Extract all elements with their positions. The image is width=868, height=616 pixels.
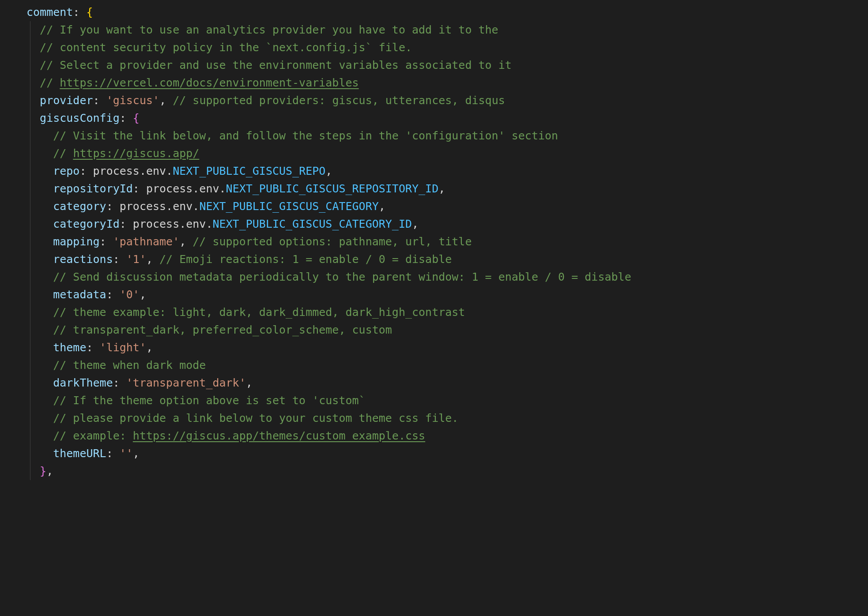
string-literal: '1' [126,253,146,266]
code-line[interactable]: themeURL: '', [0,445,868,462]
code-line[interactable]: // Visit the link below, and follow the … [0,127,868,145]
object-key: provider [40,94,93,107]
object-key: reactions [53,253,113,266]
code-line[interactable]: // https://vercel.com/docs/environment-v… [0,74,868,92]
string-literal: 'pathname' [113,235,180,248]
comment-link[interactable]: https://vercel.com/docs/environment-vari… [60,76,359,89]
object-key: mapping [53,235,99,248]
object-key: metadata [53,288,106,301]
code-line[interactable]: // Send discussion metadata periodically… [0,268,868,286]
object-key: repositoryId [53,182,133,195]
object-key: themeURL [53,447,106,460]
member-access: process.env. [133,218,213,230]
comment-text: // supported options: pathname, url, tit… [192,235,472,248]
code-line[interactable]: reactions: '1', // Emoji reactions: 1 = … [0,251,868,268]
comment-text: // please provide a link below to your c… [53,412,458,424]
comment-text: // Emoji reactions: 1 = enable / 0 = dis… [159,253,452,266]
comment-link[interactable]: https://giscus.app/ [73,147,199,160]
code-line[interactable]: metadata: '0', [0,286,868,304]
comment-text: // If the theme option above is set to '… [53,394,365,407]
code-line[interactable]: // Select a provider and use the environ… [0,56,868,74]
code-line[interactable]: repositoryId: process.env.NEXT_PUBLIC_GI… [0,180,868,198]
code-line[interactable]: // If the theme option above is set to '… [0,392,868,409]
code-line[interactable]: // theme when dark mode [0,357,868,374]
comment-text: // Visit the link below, and follow the … [53,129,558,142]
code-line[interactable]: // please provide a link below to your c… [0,409,868,427]
code-line[interactable]: // If you want to use an analytics provi… [0,21,868,39]
object-key: category [53,200,106,213]
env-variable: NEXT_PUBLIC_GISCUS_REPOSITORY_ID [226,182,439,195]
object-key: categoryId [53,218,120,230]
comment-prefix: // [53,147,73,160]
code-editor[interactable]: comment: { // If you want to use an anal… [0,0,868,484]
comment-link[interactable]: https://giscus.app/themes/custom_example… [133,429,425,442]
code-line[interactable]: theme: 'light', [0,339,868,357]
string-literal: 'giscus' [106,94,159,107]
comment-text: // supported providers: giscus, utteranc… [173,94,505,107]
comment-text: // If you want to use an analytics provi… [40,23,498,36]
string-literal: '0' [120,288,140,301]
code-line[interactable]: provider: 'giscus', // supported provide… [0,92,868,109]
code-line[interactable]: comment: { [0,4,868,21]
code-line[interactable]: giscusConfig: { [0,109,868,127]
code-line[interactable]: mapping: 'pathname', // supported option… [0,233,868,251]
code-line[interactable]: repo: process.env.NEXT_PUBLIC_GISCUS_REP… [0,162,868,180]
member-access: process.env. [120,200,200,213]
open-brace: { [86,6,93,19]
env-variable: NEXT_PUBLIC_GISCUS_CATEGORY_ID [212,218,412,230]
env-variable: NEXT_PUBLIC_GISCUS_CATEGORY [199,200,378,213]
code-line[interactable]: }, [0,462,868,480]
object-key: theme [53,341,86,354]
comment-text: // Select a provider and use the environ… [40,59,512,71]
comment-text: // theme when dark mode [53,359,206,372]
member-access: process.env. [146,182,226,195]
comment-text: // transparent_dark, preferred_color_sch… [53,323,392,336]
string-literal: '' [120,447,133,460]
env-variable: NEXT_PUBLIC_GISCUS_REPO [173,165,325,177]
close-brace: } [40,465,46,477]
open-brace: { [133,112,140,124]
colon: : [73,6,86,19]
code-line[interactable]: categoryId: process.env.NEXT_PUBLIC_GISC… [0,215,868,233]
string-literal: 'light' [100,341,146,354]
comment-prefix: // [40,76,60,89]
comment-text: // Send discussion metadata periodically… [53,270,631,283]
string-literal: 'transparent_dark' [126,376,246,389]
comment-text: // theme example: light, dark, dark_dimm… [53,306,465,319]
object-key: repo [53,165,79,177]
code-line[interactable]: // content security policy in the `next.… [0,39,868,56]
code-line[interactable]: // transparent_dark, preferred_color_sch… [0,321,868,339]
comment-text: // content security policy in the `next.… [40,41,412,54]
code-line[interactable]: category: process.env.NEXT_PUBLIC_GISCUS… [0,198,868,215]
code-line[interactable]: // theme example: light, dark, dark_dimm… [0,304,868,321]
member-access: process.env. [93,165,173,177]
object-key: giscusConfig [40,112,120,124]
code-line[interactable]: darkTheme: 'transparent_dark', [0,374,868,392]
object-key: darkTheme [53,376,113,389]
code-line[interactable]: // https://giscus.app/ [0,145,868,162]
code-line[interactable]: // example: https://giscus.app/themes/cu… [0,427,868,445]
comment-prefix: // example: [53,429,133,442]
object-key: comment [26,6,73,19]
